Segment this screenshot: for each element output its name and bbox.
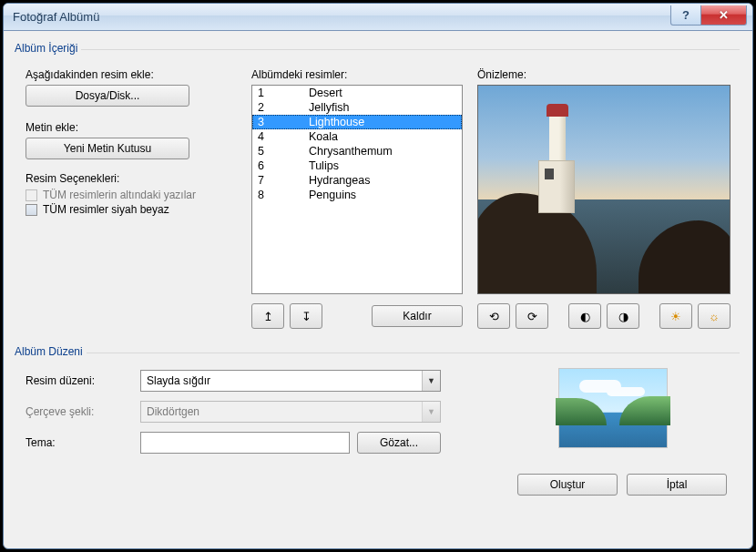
picture-layout-value: Slayda sığdır	[141, 374, 422, 387]
album-layout-group: Albüm Düzeni Resim düzeni: Slayda sığdır…	[16, 353, 740, 465]
list-item[interactable]: 7Hydrangeas	[252, 173, 462, 188]
help-button[interactable]: ?	[670, 5, 701, 26]
list-item[interactable]: 8Penguins	[252, 188, 462, 202]
list-item[interactable]: 2Jellyfish	[252, 100, 462, 115]
contrast-up-button[interactable]: ◐	[568, 303, 601, 329]
rotate-right-button[interactable]: ⟳	[516, 303, 548, 329]
file-disk-button[interactable]: Dosya/Disk...	[26, 85, 189, 107]
list-item-name: Penguins	[309, 189, 356, 201]
dialog-footer: Oluştur İptal	[16, 465, 740, 496]
cancel-button[interactable]: İptal	[627, 474, 727, 496]
preview-label: Önizleme:	[477, 68, 730, 81]
brightness-up-button[interactable]: ☀	[659, 303, 692, 329]
captions-checkbox-row: TÜM resimlerin altındaki yazılar	[26, 189, 237, 201]
frame-shape-combo: Dikdörtgen ▼	[140, 401, 441, 423]
window-title: Fotoğraf Albümü	[13, 10, 670, 24]
pictures-column: Albümdeki resimler: 1Desert2Jellyfish3Li…	[251, 65, 463, 329]
dialog-window: Fotoğraf Albümü ? ✕ Albüm İçeriği Aşağıd…	[3, 3, 753, 549]
brightness-down-icon: ☼	[709, 310, 720, 323]
arrow-down-icon: ↧	[301, 310, 312, 323]
rotate-right-icon: ⟳	[527, 310, 537, 323]
bw-checkbox-label: TÜM resimler siyah beyaz	[43, 203, 169, 216]
list-item-name: Chrysanthemum	[309, 145, 393, 158]
pictures-listbox[interactable]: 1Desert2Jellyfish3Lighthouse4Koala5Chrys…	[251, 85, 463, 294]
insert-text-label: Metin ekle:	[26, 121, 237, 134]
close-button[interactable]: ✕	[701, 5, 747, 26]
contrast-down-icon: ◑	[618, 310, 628, 323]
insert-from-label: Aşağıdakinden resim ekle:	[26, 68, 237, 81]
list-item-name: Hydrangeas	[309, 174, 370, 187]
rotate-left-button[interactable]: ⟲	[477, 303, 510, 329]
bw-checkbox-row[interactable]: TÜM resimler siyah beyaz	[26, 203, 237, 216]
album-content-group: Albüm İçeriği Aşağıdakinden resim ekle: …	[16, 49, 740, 332]
frame-shape-value: Dikdörtgen	[141, 405, 422, 418]
list-item-number: 7	[258, 174, 309, 187]
picture-options: Resim Seçenekleri: TÜM resimlerin altınd…	[26, 172, 237, 216]
remove-button[interactable]: Kaldır	[372, 305, 463, 327]
preview-column: Önizleme: ⟲ ⟳	[477, 65, 730, 329]
chevron-down-icon: ▼	[422, 371, 440, 391]
list-item[interactable]: 5Chrysanthemum	[252, 144, 462, 158]
list-item-name: Jellyfish	[309, 101, 349, 114]
theme-label: Tema:	[26, 436, 133, 449]
contrast-down-button[interactable]: ◑	[607, 303, 639, 329]
list-item-number: 6	[258, 159, 309, 172]
brightness-down-button[interactable]: ☼	[698, 303, 730, 329]
arrow-up-icon: ↥	[263, 310, 273, 323]
list-item[interactable]: 3Lighthouse	[252, 115, 462, 129]
chevron-down-icon: ▼	[422, 402, 440, 422]
list-item-name: Koala	[309, 130, 338, 143]
list-item[interactable]: 1Desert	[252, 86, 462, 100]
browse-button[interactable]: Gözat...	[357, 432, 441, 454]
contrast-up-icon: ◐	[580, 310, 590, 323]
brightness-up-icon: ☀	[670, 310, 681, 323]
list-item-number: 8	[258, 189, 309, 201]
list-item-name: Lighthouse	[309, 116, 364, 128]
create-button[interactable]: Oluştur	[517, 474, 618, 496]
pictures-label: Albümdeki resimler:	[251, 68, 463, 81]
new-textbox-button[interactable]: Yeni Metin Kutusu	[26, 138, 189, 159]
dialog-body: Albüm İçeriği Aşağıdakinden resim ekle: …	[4, 31, 752, 548]
list-item-number: 2	[258, 101, 309, 114]
preview-image	[477, 85, 730, 294]
captions-checkbox	[26, 189, 37, 201]
list-item-number: 4	[258, 130, 309, 143]
list-item-name: Tulips	[309, 159, 339, 172]
close-icon: ✕	[719, 8, 729, 22]
list-item[interactable]: 4Koala	[252, 129, 462, 144]
list-item[interactable]: 6Tulips	[252, 158, 462, 173]
list-item-number: 5	[258, 145, 309, 158]
layout-thumbnail	[558, 368, 668, 448]
frame-shape-label: Çerçeve şekli:	[26, 405, 133, 418]
picture-options-label: Resim Seçenekleri:	[26, 172, 237, 185]
title-bar: Fotoğraf Albümü ? ✕	[4, 4, 752, 31]
album-layout-legend: Albüm Düzeni	[15, 345, 87, 358]
list-item-number: 3	[258, 116, 309, 128]
captions-checkbox-label: TÜM resimlerin altındaki yazılar	[43, 189, 196, 201]
list-item-name: Desert	[309, 87, 342, 99]
picture-layout-combo[interactable]: Slayda sığdır ▼	[140, 370, 441, 392]
album-content-legend: Albüm İçeriği	[15, 42, 81, 55]
move-up-button[interactable]: ↥	[251, 303, 284, 329]
rotate-left-icon: ⟲	[489, 310, 499, 323]
bw-checkbox[interactable]	[26, 204, 37, 216]
insert-column: Aşağıdakinden resim ekle: Dosya/Disk... …	[26, 65, 237, 329]
move-down-button[interactable]: ↧	[290, 303, 322, 329]
picture-layout-label: Resim düzeni:	[26, 374, 133, 387]
theme-input[interactable]	[140, 432, 350, 454]
list-item-number: 1	[258, 87, 309, 99]
